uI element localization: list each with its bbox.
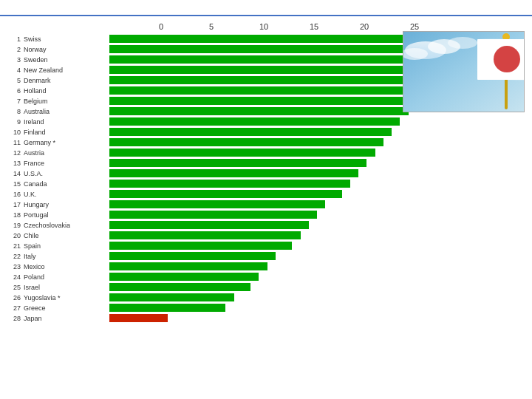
bar-fill: [109, 117, 400, 126]
bar-label: Norway: [22, 46, 109, 53]
bar-label: Swiss: [22, 35, 109, 43]
bar-rank: 5: [7, 77, 21, 84]
bar-fill: [109, 149, 375, 157]
bar-row: 26Yugoslavia *: [7, 293, 525, 302]
bar-track: [109, 273, 525, 281]
bar-rank: 12: [7, 149, 21, 157]
bar-track: [109, 314, 525, 322]
bar-row: 10Finland: [7, 127, 525, 137]
bar-track: [109, 190, 525, 198]
bar-rank: 13: [7, 160, 21, 167]
bar-fill: [109, 293, 234, 301]
bar-track: [109, 252, 525, 260]
bar-fill: [109, 252, 276, 260]
svg-point-4: [448, 37, 477, 49]
bar-label: Ireland: [22, 118, 109, 126]
bar-label: Austria: [22, 149, 109, 157]
bar-row: 13France: [7, 158, 525, 168]
bar-rank: 18: [7, 211, 21, 219]
bar-fill: [109, 221, 309, 229]
bar-label: Japan: [22, 315, 109, 322]
bar-row: 25Israel: [7, 282, 525, 292]
bar-rank: 3: [7, 56, 21, 64]
bar-rank: 8: [7, 108, 21, 115]
bar-label: Belgium: [22, 98, 109, 105]
bar-rank: 23: [7, 263, 21, 270]
bar-row: 9Ireland: [7, 117, 525, 126]
bar-rank: 22: [7, 253, 21, 260]
bar-label: Israel: [22, 284, 109, 291]
bar-fill: [109, 283, 250, 291]
bar-rank: 11: [7, 139, 21, 146]
bar-row: 11Germany *: [7, 137, 525, 147]
bar-label: Spain: [22, 242, 109, 250]
bar-label: France: [22, 160, 109, 167]
bar-rank: 2: [7, 46, 21, 53]
axis-label-15: 15: [310, 22, 318, 31]
bar-row: 14U.S.A.: [7, 168, 525, 178]
bar-rank: 15: [7, 180, 21, 188]
bar-label: Australia: [22, 108, 109, 115]
bar-rank: 9: [7, 118, 21, 126]
bar-track: [109, 231, 525, 239]
bar-label: Sweden: [22, 56, 109, 64]
bar-label: Italy: [22, 253, 109, 260]
bar-fill: [109, 169, 358, 177]
axis-label-20: 20: [360, 22, 369, 31]
bar-fill: [109, 242, 292, 250]
bar-track: [109, 221, 525, 229]
bar-fill: [109, 262, 267, 270]
axis-label-10: 10: [259, 22, 268, 31]
bar-label: Chile: [22, 232, 109, 239]
bar-track: [109, 169, 525, 177]
bar-rank: 6: [7, 87, 21, 95]
bar-label: Germany *: [22, 139, 109, 146]
bar-track: [109, 211, 525, 219]
bar-fill: [109, 314, 168, 322]
bar-row: 23Mexico: [7, 262, 525, 271]
bar-rank: 27: [7, 304, 21, 312]
bar-track: [109, 293, 525, 301]
bar-row: 16U.K.: [7, 189, 525, 199]
bar-label: Hungary: [22, 201, 109, 208]
bar-row: 15Canada: [7, 179, 525, 188]
bar-fill: [109, 200, 325, 208]
bar-label: Denmark: [22, 77, 109, 84]
bar-row: 12Austria: [7, 148, 525, 157]
bar-fill: [109, 211, 317, 219]
bar-label: Poland: [22, 273, 109, 281]
bar-rank: 20: [7, 232, 21, 239]
bar-row: 27Greece: [7, 303, 525, 313]
bar-rank: 7: [7, 98, 21, 105]
bar-track: [109, 304, 525, 312]
bar-fill: [109, 138, 383, 146]
axis-label-25: 25: [410, 22, 419, 31]
bar-label: New Zealand: [22, 66, 109, 74]
bar-rank: 26: [7, 294, 21, 301]
japan-flag: [403, 31, 525, 112]
bar-fill: [109, 86, 425, 95]
bar-track: [109, 283, 525, 291]
bar-track: [109, 200, 525, 208]
bar-row: 21Spain: [7, 241, 525, 250]
bar-rank: 21: [7, 242, 21, 250]
bar-label: Canada: [22, 180, 109, 188]
bar-track: [109, 180, 525, 188]
bar-track: [109, 138, 525, 146]
bar-label: Portugal: [22, 211, 109, 219]
bar-label: Greece: [22, 304, 109, 312]
bar-fill: [109, 107, 409, 115]
bar-fill: [109, 159, 366, 167]
bar-row: 24Poland: [7, 272, 525, 282]
bar-fill: [109, 128, 392, 136]
bar-label: U.K.: [22, 191, 109, 198]
bar-rank: 1: [7, 35, 21, 43]
bar-rank: 4: [7, 66, 21, 74]
bar-rank: 19: [7, 222, 21, 229]
axis-label-0: 0: [159, 22, 163, 31]
bar-rank: 10: [7, 129, 21, 136]
bar-row: 20Chile: [7, 231, 525, 240]
bar-track: [109, 149, 525, 157]
bar-label: Mexico: [22, 263, 109, 270]
bar-rank: 28: [7, 315, 21, 322]
